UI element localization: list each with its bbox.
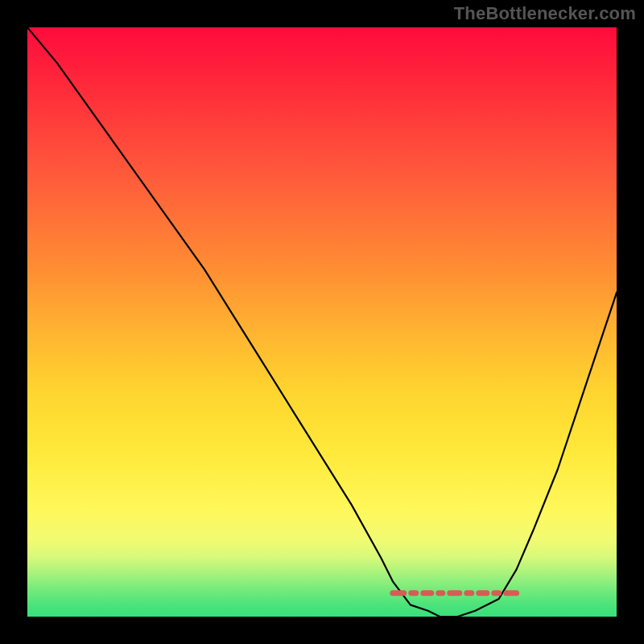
chart-overlay [27, 27, 617, 617]
bottleneck-curve [27, 27, 617, 617]
watermark-text: TheBottlenecker.com [454, 3, 636, 24]
